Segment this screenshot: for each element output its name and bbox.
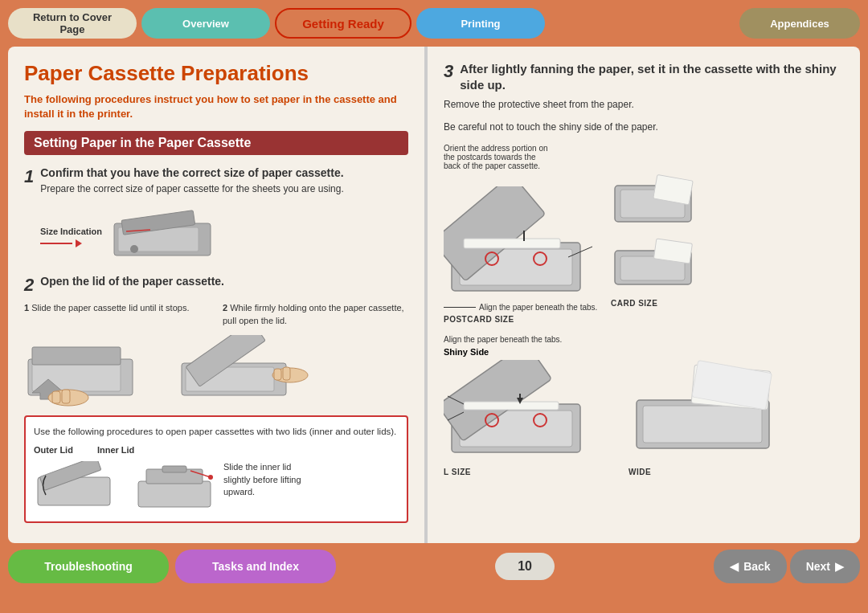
svg-rect-10 <box>62 390 70 403</box>
step1-desc: Prepare the correct size of paper casset… <box>40 182 344 196</box>
l-size-wrapper: Align the paper beneath the tabs. Shiny … <box>444 335 604 476</box>
wide-illustration <box>628 360 781 464</box>
right-bottom-illustrations: Align the paper beneath the tabs. Shiny … <box>444 335 844 476</box>
step2-illus1 <box>24 335 165 407</box>
shiny-side-label: Shiny Side <box>444 347 562 357</box>
wide-caption: WIDE <box>628 468 651 476</box>
step2-block: 2 Open the lid of the paper cassette. 1 … <box>24 275 408 407</box>
back-label: Back <box>743 560 770 573</box>
bottom-navigation: Troubleshooting Tasks and Index 10 ◀ Bac… <box>0 543 868 590</box>
align-tabs-label1: Align the paper beneath the tabs. <box>479 303 597 312</box>
next-label: Next <box>806 560 830 573</box>
right-panel: 3 After lightly fanning the paper, set i… <box>428 47 860 543</box>
step1-title: Confirm that you have the correct size o… <box>40 166 344 179</box>
info-box-labels: Outer Lid Inner Lid <box>34 444 399 456</box>
svg-rect-15 <box>274 369 281 380</box>
next-button[interactable]: Next ▶ <box>790 550 860 583</box>
svg-rect-16 <box>283 367 290 380</box>
step2-number: 2 <box>24 275 34 296</box>
page-number-box: 10 <box>342 553 707 580</box>
return-to-cover-button[interactable]: Return to Cover Page <box>8 8 137 39</box>
svg-rect-19 <box>138 481 211 507</box>
svg-point-23 <box>208 475 213 480</box>
slide-note: Slide the inner lid slightly before lift… <box>223 461 320 498</box>
getting-ready-button[interactable]: Getting Ready <box>275 8 411 39</box>
troubleshooting-button[interactable]: Troubleshooting <box>8 550 169 583</box>
step2-sub2: 2 While firmly holding onto the paper ca… <box>223 302 408 327</box>
subtitle-text: The following procedures instruct you ho… <box>24 92 408 121</box>
tasks-and-index-button[interactable]: Tasks and Index <box>175 550 336 583</box>
postcard-illustration <box>444 186 604 303</box>
l-size-caption: L SIZE <box>444 468 471 476</box>
inner-lid-label: Inner Lid <box>97 444 134 456</box>
step3-number: 3 <box>444 61 453 82</box>
step3-block: 3 After lightly fanning the paper, set i… <box>444 61 844 134</box>
page-title: Paper Cassette Preparations <box>24 61 408 86</box>
step3-desc1: Remove the protective sheet from the pap… <box>444 97 844 112</box>
overview-button[interactable]: Overview <box>141 8 270 39</box>
step1-cassette-illustration <box>110 207 223 264</box>
card-caption: CARD SIZE <box>611 299 699 308</box>
step3-desc2: Be careful not to touch the shiny side o… <box>444 120 844 134</box>
step1-block: 1 Confirm that you have the correct size… <box>24 166 408 201</box>
printing-button[interactable]: Printing <box>416 8 545 39</box>
appendices-button[interactable]: Appendices <box>739 8 860 39</box>
step2-title: Open the lid of the paper cassette. <box>40 275 224 288</box>
step1-illustration-area: Size Indication <box>40 207 408 264</box>
align-tabs-label2: Align the paper beneath the tabs. <box>444 335 562 344</box>
step2-illus2 <box>178 335 318 407</box>
page-number: 10 <box>495 553 555 580</box>
postcard-annotation: Orient the address portion on the postca… <box>444 144 548 170</box>
step2-illustrations <box>24 335 408 407</box>
main-content-area: Paper Cassette Preparations The followin… <box>8 47 860 543</box>
card-illus-1 <box>611 174 699 230</box>
back-button[interactable]: ◀ Back <box>714 550 786 583</box>
back-arrow-icon: ◀ <box>730 560 739 573</box>
step2-substeps: 1 Slide the paper cassette lid until it … <box>24 302 408 327</box>
outer-lid-label: Outer Lid <box>34 444 73 456</box>
inner-lid-illustration <box>134 461 219 513</box>
size-indication-label: Size Indication <box>40 227 102 236</box>
navigation-arrows: ◀ Back Next ▶ <box>714 550 860 583</box>
info-box: Use the following procedures to open pap… <box>24 415 408 523</box>
top-navigation: Return to Cover Page Overview Getting Re… <box>0 0 868 47</box>
svg-point-3 <box>130 245 138 253</box>
postcard-illustration-wrapper: Align the paper beneath the tabs. POSTCA… <box>444 186 604 324</box>
outer-lid-illustration <box>34 461 118 513</box>
info-illustrations: Slide the inner lid slightly before lift… <box>34 461 399 513</box>
step1-number: 1 <box>24 166 34 187</box>
info-box-text: Use the following procedures to open pap… <box>34 425 399 438</box>
wide-wrapper: WIDE <box>628 360 781 476</box>
step2-sub1: 1 Slide the paper cassette lid until it … <box>24 302 210 327</box>
svg-rect-21 <box>162 466 186 472</box>
postcard-caption: POSTCARD SIZE <box>444 315 514 324</box>
svg-rect-7 <box>32 347 121 365</box>
left-panel: Paper Cassette Preparations The followin… <box>8 47 426 543</box>
step3-title: After lightly fanning the paper, set it … <box>460 61 844 92</box>
l-size-illustration <box>444 360 604 464</box>
section-header: Setting Paper in the Paper Cassette <box>24 131 408 155</box>
next-arrow-icon: ▶ <box>835 560 844 573</box>
right-top-illustrations: Orient the address portion on the postca… <box>444 144 844 324</box>
svg-rect-27 <box>464 239 560 248</box>
card-illus-2 <box>611 235 699 291</box>
svg-rect-40 <box>464 402 559 410</box>
svg-rect-47 <box>643 406 762 443</box>
svg-rect-9 <box>52 391 60 403</box>
